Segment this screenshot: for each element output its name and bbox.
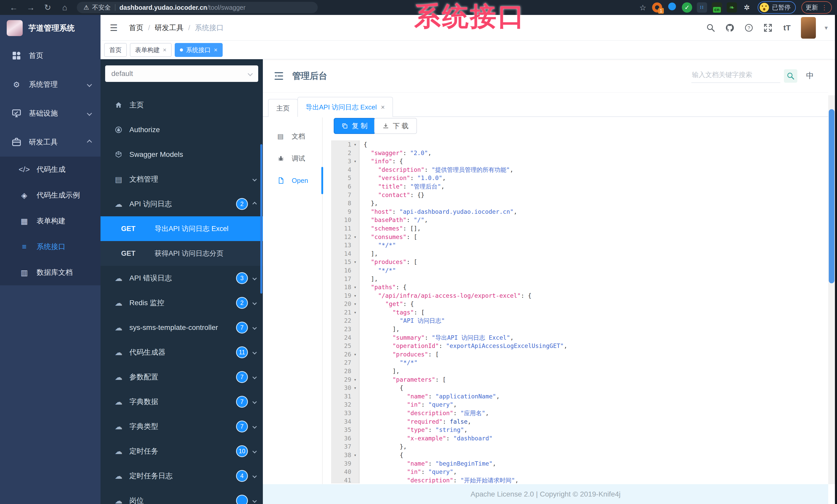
side-tab-文档[interactable]: ▤文档	[263, 130, 322, 143]
help-icon[interactable]: ?	[744, 23, 754, 33]
user-avatar[interactable]	[801, 17, 816, 39]
swagger-nav-Swagger Models[interactable]: Swagger Models	[101, 142, 263, 167]
line-number[interactable]: 3▾	[331, 157, 359, 166]
line-number[interactable]: 41	[331, 476, 359, 483]
extension-star-white-icon[interactable]: ✲	[742, 2, 752, 13]
extension-cols-blue-icon[interactable]: ⁝⁝	[697, 2, 707, 13]
line-number[interactable]: 4	[331, 166, 359, 174]
line-number[interactable]: 1▾	[331, 141, 359, 149]
swagger-scrollbar[interactable]	[260, 144, 262, 294]
bookmark-star-icon[interactable]: ☆	[639, 3, 646, 12]
swagger-nav-主页[interactable]: 主页	[101, 93, 263, 117]
extension-loop-orange-icon[interactable]: 1	[652, 2, 662, 13]
line-number[interactable]: 39	[331, 460, 359, 468]
fold-caret-icon[interactable]: ▾	[351, 292, 359, 300]
api-group-select[interactable]: default	[105, 66, 258, 82]
fold-caret-icon[interactable]: ▾	[351, 384, 359, 392]
swagger-nav-文档管理[interactable]: ▤文档管理	[101, 167, 263, 192]
doc-tab-export-api-log[interactable]: 导出API 访问日志 Excel ×	[297, 97, 393, 117]
line-number[interactable]: 33	[331, 409, 359, 417]
doc-tab-home[interactable]: 主页	[268, 99, 298, 117]
sidebar-subitem-系统接口[interactable]: ≡系统接口	[0, 234, 101, 260]
fold-caret-icon[interactable]: ▾	[351, 283, 359, 292]
close-icon[interactable]: ×	[381, 103, 385, 111]
line-number[interactable]: 13	[331, 241, 359, 249]
browser-menu-icon[interactable]: ⋮	[821, 4, 828, 12]
app-logo[interactable]: 芋道管理系统	[0, 15, 101, 41]
download-button[interactable]: 下 载	[374, 118, 417, 134]
fold-caret-icon[interactable]: ▾	[351, 141, 359, 149]
sidebar-item-研发工具[interactable]: 研发工具	[0, 128, 101, 156]
swagger-nav-定时任务[interactable]: ☁定时任务10	[101, 439, 263, 464]
tag-system-api[interactable]: 系统接口 ×	[175, 43, 222, 57]
breadcrumb-home[interactable]: 首页	[129, 23, 143, 33]
line-number[interactable]: 17	[331, 275, 359, 283]
line-number[interactable]: 28	[331, 367, 359, 375]
doc-search-input[interactable]	[691, 69, 780, 83]
line-number[interactable]: 35	[331, 426, 359, 434]
line-number[interactable]: 27	[331, 358, 359, 367]
sidebar-subitem-数据库文档[interactable]: ▥数据库文档	[0, 260, 101, 285]
doc-search-icon[interactable]	[784, 69, 797, 83]
page-scrollbar-thumb[interactable]	[829, 109, 834, 283]
fullscreen-icon[interactable]	[763, 23, 773, 33]
not-secure-label[interactable]: 不安全	[92, 3, 111, 12]
swagger-nav-字典类型[interactable]: ☁字典类型7	[101, 414, 263, 439]
fold-caret-icon[interactable]: ▾	[351, 308, 359, 317]
line-number[interactable]: 32	[331, 400, 359, 409]
browser-scrollbar[interactable]	[835, 15, 837, 504]
line-number[interactable]: 22	[331, 317, 359, 325]
line-number[interactable]: 10	[331, 216, 359, 224]
line-number[interactable]: 25	[331, 342, 359, 350]
swagger-nav-岗位[interactable]: ☁岗位	[101, 488, 263, 504]
swagger-nav-字典数据[interactable]: ☁字典数据7	[101, 389, 263, 414]
close-icon[interactable]: ×	[163, 46, 166, 54]
swagger-nav-Authorize[interactable]: Authorize	[101, 117, 263, 142]
copy-button[interactable]: 复 制	[334, 118, 375, 134]
browser-home-icon[interactable]: ⌂	[56, 0, 73, 15]
line-number[interactable]: 11	[331, 224, 359, 233]
extension-leaf-green-icon[interactable]: ❧	[727, 2, 737, 13]
line-number[interactable]: 29▾	[331, 375, 359, 384]
sidebar-item-首页[interactable]: 首页	[0, 41, 101, 70]
extension-cn-box-icon[interactable]: cn	[712, 2, 722, 13]
browser-update-button[interactable]: 更新 ⋮	[801, 1, 832, 14]
swagger-nav-代码生成器[interactable]: ☁代码生成器11	[101, 340, 263, 365]
line-number[interactable]: 9	[331, 208, 359, 216]
line-number[interactable]: 23	[331, 325, 359, 334]
address-bar[interactable]: ⚠ 不安全 dashboard.yudao.iocoder.cn /tool/s…	[77, 2, 318, 13]
side-tab-Open[interactable]: Open	[263, 174, 322, 187]
font-size-icon[interactable]: tT	[782, 23, 792, 33]
sidebar-item-基础设施[interactable]: 基础设施	[0, 99, 101, 128]
sidebar-subitem-代码生成示例[interactable]: ◈代码生成示例	[0, 182, 101, 208]
api-operation-获得API 访问日志分页[interactable]: GET获得API 访问日志分页	[101, 241, 263, 266]
line-number[interactable]: 18▾	[331, 283, 359, 292]
browser-back-icon[interactable]: ←	[5, 0, 22, 15]
menu-fold-icon[interactable]	[273, 70, 285, 82]
line-number[interactable]: 36	[331, 434, 359, 443]
fold-caret-icon[interactable]: ▾	[351, 350, 359, 359]
line-number[interactable]: 8	[331, 199, 359, 208]
sidebar-subitem-代码生成[interactable]: </>代码生成	[0, 156, 101, 182]
line-number[interactable]: 34	[331, 417, 359, 426]
extension-pin-blue-icon[interactable]	[667, 2, 677, 13]
line-number[interactable]: 40	[331, 468, 359, 476]
side-tab-调试[interactable]: 调试	[263, 152, 322, 165]
line-number[interactable]: 19▾	[331, 292, 359, 300]
language-icon[interactable]: 中	[806, 71, 814, 81]
fold-caret-icon[interactable]: ▾	[351, 451, 359, 460]
tag-home[interactable]: 首页	[104, 43, 127, 57]
browser-reload-icon[interactable]: ↻	[39, 0, 56, 15]
api-operation-导出API 访问日志 Excel[interactable]: GET导出API 访问日志 Excel	[101, 216, 263, 241]
line-number[interactable]: 7	[331, 191, 359, 199]
tag-form-builder[interactable]: 表单构建 ×	[130, 43, 172, 57]
fold-caret-icon[interactable]: ▾	[351, 258, 359, 266]
swagger-nav-API 错误日志[interactable]: ☁API 错误日志3	[101, 266, 263, 291]
line-number[interactable]: 14	[331, 249, 359, 258]
fold-caret-icon[interactable]: ▾	[351, 157, 359, 166]
line-number[interactable]: 20▾	[331, 300, 359, 308]
github-icon[interactable]	[725, 23, 735, 33]
close-icon[interactable]: ×	[214, 46, 217, 54]
line-number[interactable]: 15▾	[331, 258, 359, 266]
swagger-nav-Redis 监控[interactable]: ☁Redis 监控2	[101, 291, 263, 315]
